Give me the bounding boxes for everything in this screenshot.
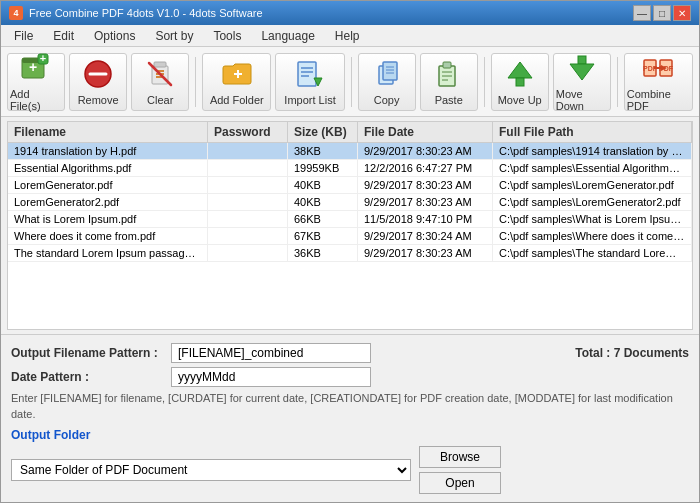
date-pattern-row: Date Pattern : xyxy=(11,367,689,387)
menu-edit[interactable]: Edit xyxy=(44,26,83,46)
col-size-header: Size (KB) xyxy=(288,122,358,142)
file-list-container: Filename Password Size (KB) File Date Fu… xyxy=(7,121,693,330)
move-down-button[interactable]: Move Down xyxy=(553,53,611,111)
cell-size: 36KB xyxy=(288,245,358,261)
cell-date: 9/29/2017 8:30:23 AM xyxy=(358,194,493,210)
cell-filename: What is Lorem Ipsum.pdf xyxy=(8,211,208,227)
svg-text:+: + xyxy=(29,59,37,75)
toolbar-sep-2 xyxy=(351,57,352,107)
close-button[interactable]: ✕ xyxy=(673,5,691,21)
table-row[interactable]: LoremGenerator.pdf 40KB 9/29/2017 8:30:2… xyxy=(8,177,692,194)
import-list-label: Import List xyxy=(284,94,335,106)
file-list-header: Filename Password Size (KB) File Date Fu… xyxy=(8,122,692,143)
svg-rect-8 xyxy=(154,62,166,67)
cell-password xyxy=(208,143,288,159)
move-up-icon xyxy=(503,58,537,90)
paste-icon xyxy=(432,58,466,90)
table-row[interactable]: What is Lorem Ipsum.pdf 66KB 11/5/2018 9… xyxy=(8,211,692,228)
maximize-button[interactable]: □ xyxy=(653,5,671,21)
combine-pdf-button[interactable]: PDF PDF Combine PDF xyxy=(624,53,693,111)
folder-select[interactable]: Same Folder of PDF Document xyxy=(11,459,411,481)
cell-size: 38KB xyxy=(288,143,358,159)
table-row[interactable]: LoremGenerator2.pdf 40KB 9/29/2017 8:30:… xyxy=(8,194,692,211)
paste-button[interactable]: Paste xyxy=(420,53,478,111)
title-bar-left: 4 Free Combine PDF 4dots V1.0 - 4dots So… xyxy=(9,6,263,20)
cell-size: 67KB xyxy=(288,228,358,244)
cell-path: C:\pdf samples\LoremGenerator.pdf xyxy=(493,177,692,193)
add-folder-icon xyxy=(220,58,254,90)
menu-language[interactable]: Language xyxy=(252,26,323,46)
cell-path: C:\pdf samples\1914 translation by H.pdf xyxy=(493,143,692,159)
menu-file[interactable]: File xyxy=(5,26,42,46)
copy-button[interactable]: Copy xyxy=(358,53,416,111)
menu-help[interactable]: Help xyxy=(326,26,369,46)
output-filename-label: Output Filename Pattern : xyxy=(11,346,171,360)
svg-marker-32 xyxy=(570,64,594,80)
table-row[interactable]: 1914 translation by H.pdf 38KB 9/29/2017… xyxy=(8,143,692,160)
remove-button[interactable]: Remove xyxy=(69,53,127,111)
svg-marker-29 xyxy=(508,62,532,78)
combine-pdf-icon: PDF PDF xyxy=(641,52,675,84)
remove-label: Remove xyxy=(78,94,119,106)
clear-icon xyxy=(143,58,177,90)
table-row[interactable]: The standard Lorem Ipsum passage.pdf 36K… xyxy=(8,245,692,262)
copy-label: Copy xyxy=(374,94,400,106)
file-list-body: 1914 translation by H.pdf 38KB 9/29/2017… xyxy=(8,143,692,329)
svg-rect-20 xyxy=(383,62,397,80)
title-bar: 4 Free Combine PDF 4dots V1.0 - 4dots So… xyxy=(1,1,699,25)
toolbar-sep-1 xyxy=(195,57,196,107)
cell-date: 9/29/2017 8:30:23 AM xyxy=(358,143,493,159)
combine-pdf-label: Combine PDF xyxy=(627,88,690,112)
app-icon: 4 xyxy=(9,6,23,20)
folder-buttons: Browse Open xyxy=(419,446,501,494)
cell-path: C:\pdf samples\What is Lorem Ipsum.pdf xyxy=(493,211,692,227)
col-filename-header: Filename xyxy=(8,122,208,142)
copy-icon xyxy=(370,58,404,90)
table-row[interactable]: Where does it come from.pdf 67KB 9/29/20… xyxy=(8,228,692,245)
cell-filename: LoremGenerator.pdf xyxy=(8,177,208,193)
add-files-icon: + + xyxy=(19,52,53,84)
cell-path: C:\pdf samples\LoremGenerator2.pdf xyxy=(493,194,692,210)
browse-button[interactable]: Browse xyxy=(419,446,501,468)
hint-text: Enter [FILENAME] for filename, [CURDATE]… xyxy=(11,391,689,422)
paste-label: Paste xyxy=(435,94,463,106)
add-files-label: Add File(s) xyxy=(10,88,62,112)
menu-sort-by[interactable]: Sort by xyxy=(146,26,202,46)
minimize-button[interactable]: — xyxy=(633,5,651,21)
clear-button[interactable]: Clear xyxy=(131,53,189,111)
date-pattern-input[interactable] xyxy=(171,367,371,387)
menu-options[interactable]: Options xyxy=(85,26,144,46)
add-folder-label: Add Folder xyxy=(210,94,264,106)
cell-password xyxy=(208,194,288,210)
title-controls: — □ ✕ xyxy=(633,5,691,21)
import-list-icon xyxy=(293,58,327,90)
move-up-label: Move Up xyxy=(498,94,542,106)
cell-password xyxy=(208,211,288,227)
cell-password xyxy=(208,228,288,244)
bottom-section: Output Filename Pattern : Total : 7 Docu… xyxy=(1,334,699,502)
output-filename-input[interactable] xyxy=(171,343,371,363)
cell-size: 19959KB xyxy=(288,160,358,176)
menu-tools[interactable]: Tools xyxy=(204,26,250,46)
col-path-header: Full File Path xyxy=(493,122,692,142)
date-pattern-label: Date Pattern : xyxy=(11,370,171,384)
open-button[interactable]: Open xyxy=(419,472,501,494)
total-count-label: Total : 7 Documents xyxy=(575,346,689,360)
svg-rect-31 xyxy=(578,56,586,64)
move-down-icon xyxy=(565,52,599,84)
import-list-button[interactable]: Import List xyxy=(275,53,344,111)
cell-size: 40KB xyxy=(288,177,358,193)
cell-filename: 1914 translation by H.pdf xyxy=(8,143,208,159)
move-down-label: Move Down xyxy=(556,88,608,112)
add-files-button[interactable]: + + Add File(s) xyxy=(7,53,65,111)
cell-path: C:\pdf samples\Where does it come from.p… xyxy=(493,228,692,244)
add-folder-button[interactable]: Add Folder xyxy=(202,53,271,111)
svg-rect-15 xyxy=(298,62,316,86)
remove-icon xyxy=(81,58,115,90)
col-date-header: File Date xyxy=(358,122,493,142)
window-title: Free Combine PDF 4dots V1.0 - 4dots Soft… xyxy=(29,7,263,19)
move-up-button[interactable]: Move Up xyxy=(491,53,549,111)
table-row[interactable]: Essential Algorithms.pdf 19959KB 12/2/20… xyxy=(8,160,692,177)
output-folder-label: Output Folder xyxy=(11,428,689,442)
cell-password xyxy=(208,245,288,261)
